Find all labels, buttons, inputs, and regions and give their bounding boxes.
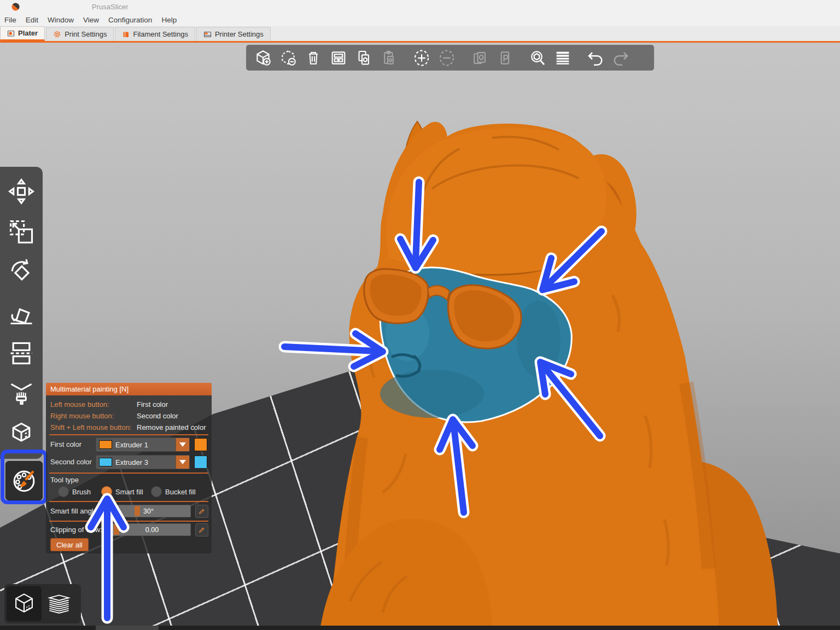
split-objects-button[interactable] xyxy=(467,46,492,69)
smart-fill-angle-slider[interactable]: 30° xyxy=(112,505,191,517)
rotate-icon xyxy=(7,258,36,287)
multimaterial-painting-panel: Multimaterial painting [N] Left mouse bu… xyxy=(46,383,212,553)
slider-handle[interactable] xyxy=(135,506,140,516)
delete-all-icon xyxy=(305,49,322,67)
second-color-row: Second color Extruder 3 xyxy=(50,455,207,469)
hint-right-mouse: Right mouse button: Second color xyxy=(50,412,207,422)
arrange-button[interactable] xyxy=(326,46,351,69)
dropdown-arrow-button[interactable] xyxy=(176,456,189,469)
menu-configuration[interactable]: Configuration xyxy=(108,16,152,24)
move-icon xyxy=(7,177,36,206)
brush-radio-group[interactable]: Brush xyxy=(58,486,91,498)
taskbar-sliver xyxy=(96,626,159,630)
menu-file[interactable]: File xyxy=(4,16,16,24)
clear-all-button[interactable]: Clear all xyxy=(50,538,89,551)
chevron-down-icon xyxy=(179,442,186,447)
annotation-highlight-box xyxy=(1,450,48,504)
prusaslicer-logo-icon xyxy=(11,2,20,14)
delete-object-icon xyxy=(279,49,298,67)
clipping-edit-button[interactable] xyxy=(195,523,208,536)
chevron-down-icon xyxy=(179,460,186,464)
title-bar: PrusaSlicer xyxy=(0,0,840,14)
add-instance-icon xyxy=(412,48,431,68)
pencil-icon xyxy=(198,508,206,515)
cube-view-icon xyxy=(11,591,37,616)
second-color-square xyxy=(194,456,207,469)
remove-instance-icon xyxy=(437,48,457,68)
gizmo-toolbar xyxy=(0,167,43,459)
separator xyxy=(49,472,208,474)
tab-plater[interactable]: Plater xyxy=(0,26,45,41)
place-on-face-gizmo-button[interactable] xyxy=(5,297,37,329)
remove-instance-button[interactable] xyxy=(434,46,459,69)
copy-button[interactable] xyxy=(351,46,376,69)
smart-fill-angle-edit-button[interactable] xyxy=(195,505,208,518)
add-instance-button[interactable] xyxy=(409,46,434,69)
variable-layer-height-button[interactable] xyxy=(550,46,575,69)
plater-icon xyxy=(7,30,15,37)
print-settings-icon xyxy=(53,30,61,38)
second-color-dropdown[interactable]: Extruder 3 xyxy=(96,455,190,469)
redo-button[interactable] xyxy=(608,46,633,69)
paint-supports-icon xyxy=(7,380,36,408)
scale-gizmo-button[interactable] xyxy=(5,216,37,248)
smart-fill-angle-row: Smart fill angle: 30° xyxy=(50,505,207,518)
first-color-row: First color Extruder 1 xyxy=(50,438,207,452)
undo-icon xyxy=(586,48,605,68)
split-parts-button[interactable] xyxy=(492,46,517,69)
panel-header[interactable]: Multimaterial painting [N] xyxy=(46,383,212,395)
seam-painting-icon xyxy=(7,420,36,448)
move-gizmo-button[interactable] xyxy=(5,176,37,207)
separator xyxy=(49,434,208,435)
delete-object-button[interactable] xyxy=(276,46,301,69)
place-on-face-icon xyxy=(7,299,36,327)
window-title: PrusaSlicer xyxy=(92,3,128,11)
split-parts-icon xyxy=(495,49,514,67)
smart-fill-radio[interactable] xyxy=(101,486,112,497)
clipping-row: Clipping of view: 0.00 xyxy=(50,523,207,536)
separator xyxy=(49,501,208,502)
settings-tab-bar: Plater Print Settings Filament Settings … xyxy=(0,26,840,41)
paste-button[interactable] xyxy=(376,46,401,69)
copy-icon xyxy=(354,49,373,67)
bucket-fill-radio-group[interactable]: Bucket fill xyxy=(151,486,196,498)
redo-icon xyxy=(611,48,631,68)
separator xyxy=(49,521,208,522)
hint-left-mouse: Left mouse button: First color xyxy=(50,400,207,410)
undo-button[interactable] xyxy=(583,46,608,69)
menu-window[interactable]: Window xyxy=(48,16,74,24)
tab-filament-settings[interactable]: Filament Settings xyxy=(115,27,195,41)
extruder3-swatch xyxy=(99,458,112,466)
smart-fill-radio-group[interactable]: Smart fill xyxy=(101,486,143,498)
arrange-icon xyxy=(329,49,348,67)
cut-icon xyxy=(7,339,36,368)
dropdown-arrow-button[interactable] xyxy=(176,438,189,451)
editor-3d-view-button[interactable] xyxy=(7,586,42,621)
cut-gizmo-button[interactable] xyxy=(5,337,37,369)
first-color-square xyxy=(194,438,207,451)
printer-settings-icon xyxy=(203,31,212,38)
tab-print-settings[interactable]: Print Settings xyxy=(46,27,114,41)
search-button[interactable] xyxy=(525,46,550,69)
preview-layers-button[interactable] xyxy=(42,586,77,621)
object-toolbar xyxy=(246,45,654,71)
paint-supports-gizmo-button[interactable] xyxy=(5,378,37,410)
delete-all-button[interactable] xyxy=(301,46,326,69)
menu-bar: File Edit Window View Configuration Help xyxy=(0,14,840,26)
tab-printer-settings[interactable]: Printer Settings xyxy=(196,27,271,41)
brush-radio[interactable] xyxy=(58,486,69,497)
seam-painting-gizmo-button[interactable] xyxy=(5,418,37,450)
scale-icon xyxy=(7,218,36,246)
layers-view-icon xyxy=(46,591,72,616)
extruder1-swatch xyxy=(99,440,112,449)
menu-view[interactable]: View xyxy=(83,16,99,24)
menu-help[interactable]: Help xyxy=(161,16,177,24)
first-color-dropdown[interactable]: Extruder 1 xyxy=(96,438,190,452)
rotate-gizmo-button[interactable] xyxy=(5,256,37,288)
clipping-slider[interactable]: 0.00 xyxy=(112,523,191,536)
pencil-icon xyxy=(198,526,206,534)
bucket-fill-radio[interactable] xyxy=(151,486,162,497)
menu-edit[interactable]: Edit xyxy=(26,16,38,24)
paste-icon xyxy=(380,49,398,67)
add-object-button[interactable] xyxy=(250,46,276,69)
